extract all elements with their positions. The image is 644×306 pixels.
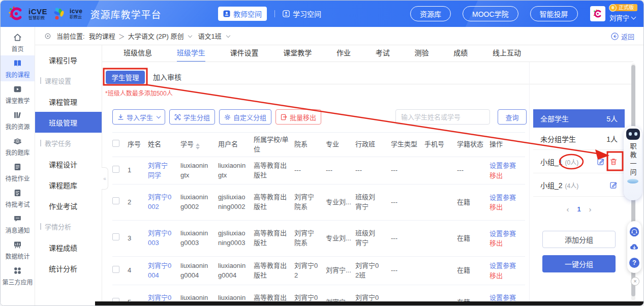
add-group-button[interactable]: 添加分组 [542,231,616,248]
search-input[interactable] [395,109,490,125]
edit-icon[interactable] [597,158,605,166]
zhijiao-assistant-widget[interactable]: 职教一问 [624,126,642,200]
edit-icon[interactable] [609,181,618,189]
table-row: 1 刘宵宁同学 liuxiaoningtx liuxiaoningtx 高等教育… [112,157,525,185]
remove-link[interactable]: 移出 [489,271,525,281]
sidebar-item-label: 我的课程 [5,70,29,79]
avatar-logo-icon [593,9,603,19]
custom-grouping-button[interactable]: 自定义分组 [219,109,271,125]
mooc-academy-button[interactable]: MOOC学院 [463,6,518,21]
cloud-download-icon[interactable] [629,242,639,252]
submenu-item-class-manage[interactable]: 班级管理 [35,112,102,133]
icve-zhihuizhijiao-logo-icon [8,5,25,22]
group-row-1[interactable]: 小组_1(0人) [533,150,625,173]
sidebar-item-classroom-teaching[interactable]: 课堂教学 [1,81,35,107]
all-students-row[interactable]: 全部学生 5人 [533,109,625,128]
student-name-link[interactable]: 刘宵宁0003 [148,229,180,248]
user-info: 正式版 刘宵宁 [609,4,637,22]
set-contest-link[interactable]: 设置参赛 [489,293,525,301]
import-students-button[interactable]: 导入学生 [112,109,165,125]
delete-trash-icon[interactable] [609,158,618,166]
next-page-icon[interactable]: › [589,205,592,213]
tab-quiz[interactable]: 测验 [415,45,429,62]
student-name-link[interactable]: 刘宵宁0004 [148,261,180,281]
submenu-item-homework-exam[interactable]: 作业考试 [35,195,102,216]
sidebar-item-my-courses[interactable]: 我的课程 [1,55,35,81]
group-pagination: ‹ 1 › [533,205,625,213]
student-name-link[interactable]: 刘宵宁0005 [148,293,180,301]
col-student-id[interactable]: 学号 [180,140,218,149]
row-checkbox[interactable] [112,266,119,273]
sort-icon[interactable] [196,143,200,149]
tab-courseware-settings[interactable]: 课件设置 [230,45,259,62]
sidebar-collapse-handle[interactable]: « [102,167,108,190]
avatar[interactable] [590,6,605,21]
chevron-down-icon[interactable] [226,33,230,37]
student-manage-subtab[interactable]: 学生管理 [106,71,145,84]
tab-classroom-teaching[interactable]: 课堂教学 [283,45,312,62]
submenu-item-course-guide[interactable]: 课程引导 [35,49,102,70]
col-student-type: 学生类型 [391,140,424,149]
tab-class-students[interactable]: 班级学生 [177,45,205,62]
set-contest-link[interactable]: 设置参赛 [489,161,525,171]
sidebar-item-messages[interactable]: 消息通知 [1,211,35,237]
submenu-item-course-design[interactable]: 课程设计 [35,154,102,174]
chevron-down-icon [631,14,636,19]
sidebar-item-label: 待批考试 [5,200,29,208]
back-button[interactable]: 返回 [611,27,634,45]
breadcrumb-class[interactable]: 语文1班 [198,31,221,41]
tab-homework[interactable]: 作业 [336,45,351,62]
smart-cast-button[interactable]: 智能投屏 [530,6,578,21]
set-contest-link[interactable]: 设置参赛 [489,229,525,239]
chevron-down-icon[interactable] [188,33,192,37]
help-icon[interactable]: ? [629,258,639,268]
sidebar-item-pending-homework[interactable]: 待批作业 [1,159,35,185]
auto-group-button[interactable]: 一键分组 [542,255,616,272]
batch-remove-button[interactable]: 批量移出 [275,109,321,125]
tab-online-interaction[interactable]: 线上互动 [493,45,521,62]
customer-service-icon[interactable] [629,227,639,237]
sidebar-item-pending-exam[interactable]: 待批考试 [1,185,35,211]
user-menu[interactable]: 刘宵宁 [609,13,635,22]
student-name-link[interactable]: 刘宵宁0002 [148,193,180,212]
sidebar-item-question-bank[interactable]: 我的题库 [1,133,35,159]
breadcrumb-course[interactable]: 大学语文 (2P) 原创 [128,31,184,41]
resource-library-button[interactable]: 资源库 [410,6,451,21]
query-button[interactable]: 查询 [498,109,527,125]
breadcrumb-root[interactable]: 我的课程 [89,31,115,41]
submenu-item-course-score[interactable]: 课程成绩 [35,237,102,258]
remove-link[interactable]: 移出 [489,171,525,181]
set-contest-link[interactable]: 设置参赛 [489,261,525,271]
teacher-space-button[interactable]: 教师空间 [218,7,267,21]
group-row-2[interactable]: 小组_2(4人) [533,173,625,197]
user-area[interactable]: 正式版 刘宵宁 [590,4,637,22]
sidebar-item-data-statistics[interactable]: 数据统计 [1,237,35,263]
tab-score[interactable]: 成绩 [453,45,468,62]
submenu-item-course-manage[interactable]: 课程管理 [35,91,102,112]
tab-class-info[interactable]: 班级信息 [124,45,152,62]
learning-space-button[interactable]: 学习空间 [283,9,321,19]
sidebar-item-home[interactable]: 首页 [1,29,35,55]
set-contest-link[interactable]: 设置参赛 [489,193,525,203]
row-checkbox[interactable] [112,166,119,173]
submenu-item-course-question-bank[interactable]: 课程题库 [35,174,102,195]
remove-link[interactable]: 移出 [489,202,525,212]
student-grouping-button[interactable]: 学生分组 [169,109,215,125]
close-toolbar-icon[interactable]: × [631,277,639,286]
sidebar-item-third-party-apps[interactable]: 第三方应用 [1,263,35,289]
sidebar-item-my-resources[interactable]: 我的资源 [1,107,35,133]
ungrouped-students-row[interactable]: 未分组学生 1人 [533,128,625,150]
row-checkbox[interactable] [112,298,119,301]
chat-bubble-icon [13,214,22,224]
join-review-subtab[interactable]: 加入审核 [153,71,181,84]
row-checkbox[interactable] [112,197,119,204]
apps-grid-icon [13,266,22,276]
student-name-link[interactable]: 刘宵宁同学 [148,161,180,180]
submenu-item-stats-analysis[interactable]: 统计分析 [35,258,102,279]
select-all-checkbox[interactable] [112,140,119,147]
remove-link[interactable]: 移出 [489,238,525,249]
prev-page-icon[interactable]: ‹ [566,205,569,213]
tab-exam[interactable]: 考试 [376,45,390,62]
row-checkbox[interactable] [112,233,119,240]
space-divider [274,10,275,17]
